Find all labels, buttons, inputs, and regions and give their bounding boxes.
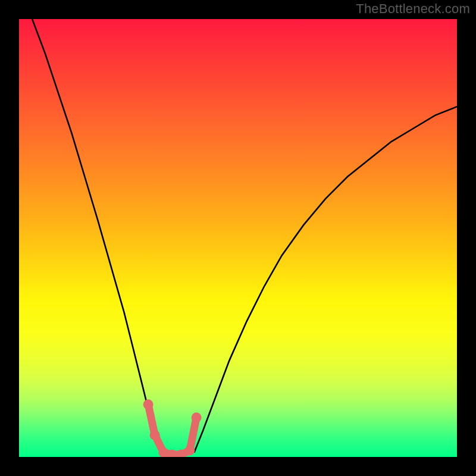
- valley-marker: [143, 399, 154, 409]
- valley-marker: [150, 430, 160, 440]
- left-curve: [32, 19, 164, 453]
- watermark-text: TheBottleneck.com: [356, 1, 470, 17]
- right-curve: [194, 107, 457, 452]
- valley-marker: [192, 412, 202, 422]
- chart-frame: TheBottleneck.com: [0, 0, 476, 476]
- valley-marker: [185, 446, 195, 456]
- curve-layer: [19, 19, 457, 457]
- plot-area: [19, 19, 457, 457]
